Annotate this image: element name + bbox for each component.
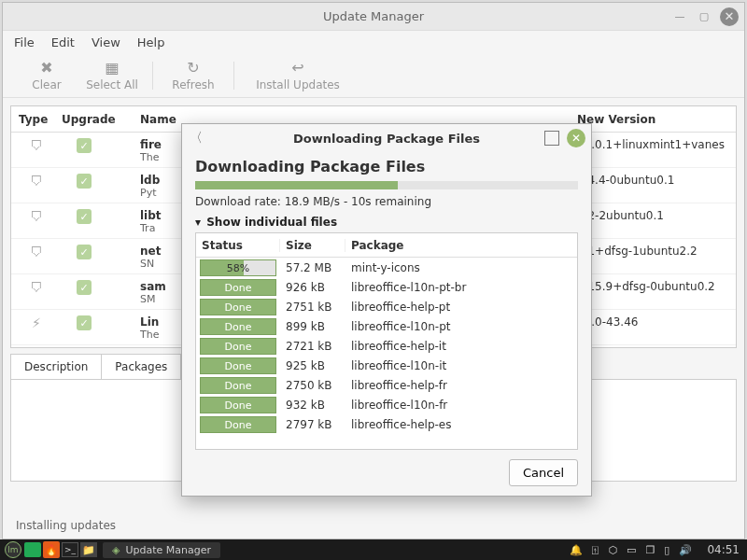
dialog-titlebar[interactable]: 〈 Downloading Package Files ✕ (182, 124, 591, 152)
progress-fill (195, 181, 398, 189)
file-row[interactable]: Done2797 kBlibreoffice-help-es (196, 414, 577, 434)
menu-file[interactable]: File (14, 35, 35, 49)
upgrade-checkbox[interactable]: ✓ (62, 280, 140, 295)
file-status: Done (200, 416, 276, 433)
upgrade-checkbox[interactable]: ✓ (62, 174, 140, 189)
refresh-label: Refresh (172, 78, 214, 91)
tab-description[interactable]: Description (10, 354, 102, 379)
file-size: 2721 kB (280, 340, 345, 353)
taskbar[interactable]: lm 🔥 >_ 📁 ◈ Update Manager 🔔 ⍐ ⬡ ▭ ❐ ▯ 🔊… (0, 539, 747, 560)
file-status: Done (200, 279, 276, 296)
col-package[interactable]: Package (345, 239, 577, 252)
maximize-button[interactable]: ▢ (696, 8, 712, 25)
display-icon[interactable]: ▭ (627, 544, 636, 556)
file-name: libreoffice-l10n-pt-br (345, 281, 577, 294)
upgrade-checkbox[interactable]: ✓ (62, 138, 140, 153)
col-size[interactable]: Size (280, 239, 345, 252)
battery-icon[interactable]: ▯ (664, 544, 669, 556)
refresh-icon: ↻ (187, 59, 199, 77)
select-all-button[interactable]: ▦ Select All (79, 59, 145, 91)
file-row[interactable]: Done2750 kBlibreoffice-help-fr (196, 375, 577, 395)
shield-icon: ⛉ (11, 138, 62, 153)
file-size: 2750 kB (280, 379, 345, 392)
col-status[interactable]: Status (196, 239, 280, 252)
clear-icon: ✖ (40, 59, 52, 77)
shield-icon: ⛉ (11, 209, 62, 224)
col-type[interactable]: Type (11, 113, 62, 126)
shield-icon: ⛉ (11, 280, 62, 295)
new-version: 15.0-43.46 (577, 315, 736, 329)
file-name: libreoffice-help-it (345, 340, 577, 353)
back-icon[interactable]: 〈 (190, 130, 203, 147)
shield-icon: ⛉ (11, 245, 62, 259)
check-icon: ✓ (77, 174, 92, 189)
file-row[interactable]: 58%57.2 MBmint-y-icons (196, 258, 577, 277)
file-row[interactable]: Done2721 kBlibreoffice-help-it (196, 336, 577, 356)
new-version: 2.4.4-0ubuntu0.1 (577, 174, 736, 187)
check-icon: ✓ (77, 280, 92, 295)
start-menu-button[interactable]: lm (4, 541, 22, 558)
dialog-buttons: Cancel (195, 450, 578, 486)
upgrade-checkbox[interactable]: ✓ (62, 245, 140, 259)
expander-label: Show individual files (206, 216, 337, 229)
new-version: 03.0.1+linuxmint1+vanes (577, 138, 736, 151)
volume-icon[interactable]: 🔊 (679, 544, 692, 556)
file-row[interactable]: Done2751 kBlibreoffice-help-pt (196, 297, 577, 316)
files-expander[interactable]: ▾ Show individual files (195, 216, 578, 229)
dialog-body: Downloading Package Files Download rate:… (182, 152, 591, 496)
dialog-maximize-button[interactable] (544, 131, 559, 146)
firefox-launcher[interactable]: 🔥 (43, 541, 60, 558)
dialog-title: Downloading Package Files (293, 132, 480, 146)
upgrade-checkbox[interactable]: ✓ (62, 209, 140, 224)
cancel-button[interactable]: Cancel (509, 459, 578, 486)
toolbar: ✖ Clear ▦ Select All ↻ Refresh ↩ Install… (3, 53, 744, 98)
file-size: 2751 kB (280, 301, 345, 314)
file-size: 926 kB (280, 281, 345, 294)
upgrade-checkbox[interactable]: ✓ (62, 315, 140, 330)
updates-tray-icon[interactable]: ⍐ (592, 544, 599, 556)
mint-logo-icon: lm (5, 541, 21, 558)
show-desktop-button[interactable] (24, 542, 41, 557)
notification-icon[interactable]: 🔔 (570, 544, 583, 556)
menu-edit[interactable]: Edit (51, 35, 75, 49)
overall-progress-bar (195, 181, 578, 189)
network-icon[interactable]: ❐ (645, 544, 655, 556)
install-icon: ↩ (291, 59, 303, 77)
file-name: libreoffice-help-es (345, 418, 577, 431)
dialog-controls: ✕ (544, 129, 585, 147)
dialog-close-button[interactable]: ✕ (567, 129, 585, 147)
file-name: libreoffice-help-fr (345, 379, 577, 392)
file-status: Done (200, 377, 276, 394)
tab-packages[interactable]: Packages (102, 354, 181, 379)
download-rate-text: Download rate: 18.9 MB/s - 10s remaining (195, 195, 578, 208)
files-launcher[interactable]: 📁 (80, 542, 97, 557)
file-row[interactable]: Done932 kBlibreoffice-l10n-fr (196, 395, 577, 414)
security-icon[interactable]: ⬡ (608, 544, 617, 556)
check-icon: ✓ (77, 315, 92, 330)
minimize-button[interactable]: — (671, 8, 688, 25)
bolt-icon: ⚡ (11, 315, 62, 330)
file-progress: 58% (200, 259, 276, 276)
refresh-button[interactable]: ↻ Refresh (161, 59, 226, 91)
clock[interactable]: 04:51 (707, 543, 740, 556)
col-newver[interactable]: New Version (577, 113, 736, 126)
file-row[interactable]: Done925 kBlibreoffice-l10n-it (196, 356, 577, 375)
menu-view[interactable]: View (92, 35, 120, 49)
clear-label: Clear (32, 78, 61, 91)
clear-button[interactable]: ✖ Clear (14, 59, 79, 91)
file-size: 932 kB (280, 399, 345, 412)
download-dialog: 〈 Downloading Package Files ✕ Downloadin… (181, 123, 592, 497)
window-titlebar[interactable]: Update Manager — ▢ ✕ (3, 3, 744, 31)
files-body[interactable]: 58%57.2 MBmint-y-iconsDone926 kBlibreoff… (196, 258, 577, 449)
install-updates-button[interactable]: ↩ Install Updates (242, 59, 354, 91)
terminal-launcher[interactable]: >_ (62, 542, 78, 557)
file-status: Done (200, 318, 276, 335)
toolbar-separator (152, 62, 153, 90)
menu-help[interactable]: Help (137, 35, 165, 49)
col-upgrade[interactable]: Upgrade (62, 113, 140, 126)
file-row[interactable]: Done899 kBlibreoffice-l10n-pt (196, 316, 577, 336)
file-row[interactable]: Done926 kBlibreoffice-l10n-pt-br (196, 277, 577, 297)
taskbar-app-button[interactable]: ◈ Update Manager (103, 542, 220, 558)
close-button[interactable]: ✕ (720, 7, 739, 26)
new-version: 4.15.9+dfsg-0ubuntu0.2 (577, 280, 736, 293)
